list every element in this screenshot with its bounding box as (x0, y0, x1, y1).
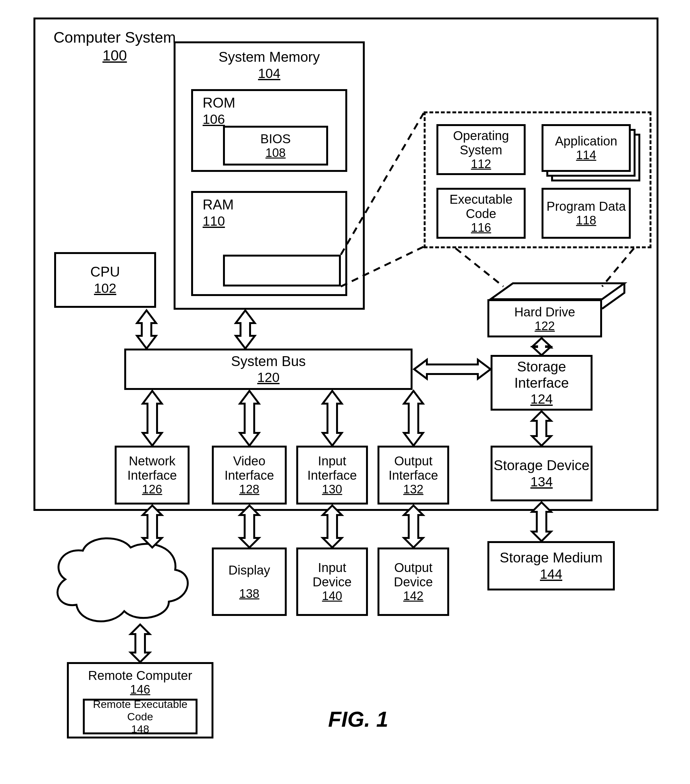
ram-num: 110 (203, 214, 225, 229)
output-interface-num: 132 (403, 483, 423, 496)
bios-title: BIOS (260, 132, 291, 146)
system-memory-title: System Memory (218, 49, 320, 65)
input-interface-title: Input Interface (298, 454, 366, 483)
exec-title: Executable Code (438, 192, 524, 221)
computer-system-num: 100 (51, 47, 178, 64)
system-memory-num: 104 (258, 66, 280, 81)
storage-interface-num: 124 (530, 392, 553, 407)
hard-drive-title: Hard Drive (514, 305, 575, 319)
arrow-netif-network (143, 506, 162, 547)
output-interface-title: Output Interface (380, 454, 447, 483)
storage-medium-box: Storage Medium 144 (487, 541, 615, 590)
input-interface-box: Input Interface 130 (296, 446, 368, 504)
remote-exec-box: Remote Executable Code 148 (83, 699, 198, 735)
hard-drive-box: Hard Drive 122 (487, 299, 602, 338)
input-device-title: Input Device (298, 560, 366, 589)
system-bus-box: System Bus 120 (124, 349, 413, 390)
remote-computer-num: 146 (130, 683, 150, 697)
display-title: Display (228, 563, 270, 577)
input-device-num: 140 (322, 589, 342, 603)
arrow-outif-outdev (404, 506, 423, 547)
exec-box: Executable Code 116 (436, 188, 526, 239)
bios-box: BIOS 108 (223, 126, 328, 166)
display-box: Display 138 (212, 547, 287, 616)
remote-exec-title: Remote Executable Code (85, 698, 196, 723)
progdata-num: 118 (576, 214, 596, 227)
system-bus-title: System Bus (231, 353, 306, 369)
display-num: 138 (239, 587, 259, 601)
os-title: Operating System (438, 128, 524, 157)
bios-num: 108 (265, 146, 286, 160)
network-label: Network 136 (83, 570, 166, 602)
network-interface-box: Network Interface 126 (115, 446, 190, 504)
progdata-title: Program Data (546, 199, 626, 214)
system-bus-num: 120 (257, 370, 279, 385)
network-title: Network (83, 570, 166, 586)
output-device-num: 142 (403, 589, 423, 603)
computer-system-title: Computer System (51, 29, 178, 46)
cpu-num: 102 (94, 281, 116, 296)
network-num: 136 (83, 586, 166, 602)
storage-device-title: Storage Device (494, 458, 590, 474)
output-device-box: Output Device 142 (378, 547, 449, 616)
storage-device-num: 134 (530, 474, 553, 489)
input-interface-num: 130 (322, 483, 342, 496)
storage-interface-box: Storage Interface 124 (490, 355, 593, 411)
figure-label: FIG. 1 (328, 707, 388, 731)
arrow-vidif-display (240, 506, 259, 547)
app-num: 114 (576, 148, 596, 162)
video-interface-box: Video Interface 128 (212, 446, 287, 504)
os-num: 112 (471, 157, 491, 171)
storage-interface-title: Storage Interface (492, 359, 591, 391)
output-interface-box: Output Interface 132 (378, 446, 449, 504)
app-box: Application 114 (541, 124, 631, 172)
storage-device-box: Storage Device 134 (490, 446, 593, 501)
hard-drive-num: 122 (535, 319, 555, 333)
remote-exec-num: 148 (131, 723, 149, 735)
network-interface-title: Network Interface (117, 454, 188, 483)
os-box: Operating System 112 (436, 124, 526, 175)
rom-num: 106 (203, 112, 225, 127)
progdata-box: Program Data 118 (541, 188, 631, 239)
computer-system-label: Computer System 100 (51, 29, 178, 64)
arrow-inif-indev (323, 506, 342, 547)
network-interface-num: 126 (142, 483, 162, 496)
arrow-network-remote (130, 624, 150, 662)
exec-num: 116 (471, 221, 491, 235)
app-title: Application (555, 134, 617, 148)
cpu-box: CPU 102 (54, 252, 156, 308)
cpu-title: CPU (91, 264, 120, 280)
rom-title: ROM (203, 95, 235, 111)
input-device-box: Input Device 140 (296, 547, 368, 616)
storage-medium-num: 144 (540, 567, 562, 582)
ram-title: RAM (203, 197, 234, 213)
remote-computer-title: Remote Computer (88, 669, 192, 683)
storage-medium-title: Storage Medium (500, 550, 603, 566)
output-device-title: Output Device (380, 560, 447, 589)
video-interface-title: Video Interface (214, 454, 285, 483)
video-interface-num: 128 (239, 483, 259, 496)
ram-slot-box (223, 255, 341, 287)
